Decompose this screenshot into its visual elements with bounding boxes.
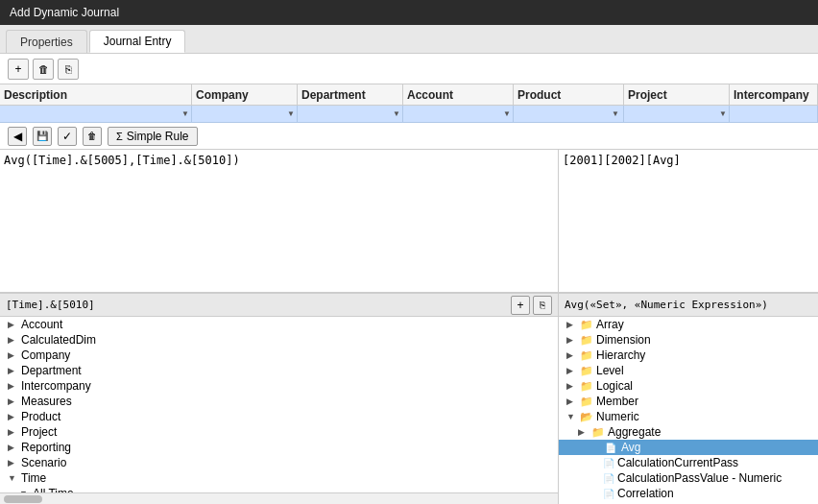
item-label: CalculatedDim (21, 333, 96, 347)
filter-arrow-product: ▼ (612, 109, 619, 118)
copy-tree-item-button[interactable]: ⎘ (533, 296, 552, 315)
folder-open-icon: 📂 (580, 411, 593, 423)
copy-button[interactable]: ⎘ (58, 59, 79, 80)
delete-rule-button[interactable]: 🗑 (83, 127, 102, 146)
window-title: Add Dynamic Journal (10, 6, 119, 19)
chevron-right-icon: ▶ (8, 381, 21, 391)
list-item[interactable]: ▼ All Time (0, 486, 558, 492)
filter-product[interactable]: ▼ (514, 106, 624, 122)
chevron-right-icon: ▶ (8, 335, 21, 345)
filter-account[interactable]: ▼ (403, 106, 514, 122)
filter-arrow-dept: ▼ (393, 109, 400, 118)
filter-company[interactable]: ▼ (192, 106, 298, 122)
item-label: Logical (596, 379, 633, 393)
list-item[interactable]: ▶ 📁 Level (559, 363, 818, 378)
item-label: CalculationPassValue - Numeric (617, 471, 782, 485)
chevron-right-icon: ▶ (566, 381, 580, 391)
list-item[interactable]: ▶ Reporting (0, 440, 558, 455)
bottom-panes: [Time].&[5010] + ⎘ ▶ Account ▶ Calculate… (0, 293, 818, 504)
list-item[interactable]: ▶ Measures (0, 394, 558, 409)
list-item[interactable]: 📄 CalculationPassValue - Numeric (559, 470, 818, 486)
file-icon: 📄 (603, 489, 614, 499)
right-expression-input[interactable] (559, 150, 818, 207)
col-project: Project (624, 84, 730, 105)
simple-rule-button[interactable]: Σ Simple Rule (108, 127, 198, 146)
item-label: Account (21, 318, 62, 331)
list-item[interactable]: ▶ Scenario (0, 455, 558, 470)
col-company: Company (192, 84, 298, 105)
item-label: Project (21, 425, 57, 439)
chevron-right-icon: ▶ (8, 396, 21, 406)
item-label: Correlation (617, 487, 674, 500)
col-department: Department (298, 84, 403, 105)
folder-icon: 📁 (580, 319, 593, 331)
list-item[interactable]: 📄 Correlation (559, 486, 818, 501)
right-tree-pane: Avg(«Set», «Numeric Expression») ▶ 📁 Arr… (559, 294, 818, 504)
folder-icon: 📁 (580, 349, 593, 362)
list-item[interactable]: ▶ Department (0, 363, 558, 378)
list-item[interactable]: ▶ 📁 Hierarchy (559, 348, 818, 363)
save-button[interactable]: 💾 (33, 127, 52, 146)
filter-department[interactable]: ▼ (298, 106, 403, 122)
item-label: Numeric (596, 410, 639, 423)
list-item[interactable]: ▼ 📂 Numeric (559, 409, 818, 424)
add-button[interactable]: + (8, 59, 29, 80)
col-description: Description (0, 84, 192, 105)
list-item[interactable]: ▶ Company (0, 348, 558, 363)
list-item[interactable]: 📄 CalculationCurrentPass (559, 455, 818, 470)
top-toolbar: + 🗑 ⎘ (0, 54, 818, 84)
left-expression-input[interactable] (0, 150, 558, 207)
list-item[interactable]: ▶ Account (0, 317, 558, 332)
item-label: CalculationCurrentPass (617, 456, 738, 469)
list-item[interactable]: ▶ Project (0, 424, 558, 440)
chevron-right-icon: ▶ (578, 427, 591, 437)
list-item[interactable]: ▶ 📁 Member (559, 394, 818, 409)
col-intercompany: Intercompany (730, 84, 818, 105)
chevron-right-icon: ▶ (566, 350, 580, 360)
chevron-right-icon: ▶ (566, 320, 580, 329)
simple-rule-label: Simple Rule (127, 130, 189, 143)
file-icon: 📄 (603, 458, 614, 468)
filter-intercompany[interactable] (730, 106, 818, 122)
tab-properties[interactable]: Properties (6, 30, 87, 53)
chevron-right-icon: ▶ (8, 427, 21, 437)
filter-project[interactable]: ▼ (624, 106, 730, 122)
list-item[interactable]: ▶ CalculatedDim (0, 332, 558, 348)
main-content: ◀ 💾 ✓ 🗑 Σ Simple Rule [Time].&[5010] + ⎘ (0, 123, 818, 504)
right-tree-title: Avg(«Set», «Numeric Expression») (565, 299, 768, 311)
list-item[interactable]: ▶ Product (0, 409, 558, 424)
title-bar: Add Dynamic Journal (0, 0, 818, 25)
chevron-right-icon: ▶ (566, 366, 580, 375)
tab-journal-entry[interactable]: Journal Entry (89, 30, 186, 53)
delete-button[interactable]: 🗑 (33, 59, 54, 80)
filter-arrow-account: ▼ (503, 109, 511, 118)
chevron-right-icon: ▶ (8, 443, 21, 452)
col-account: Account (403, 84, 514, 105)
left-tree-pane: [Time].&[5010] + ⎘ ▶ Account ▶ Calculate… (0, 294, 559, 504)
list-item[interactable]: 📄 Avg (559, 440, 818, 455)
filter-arrow-project: ▼ (719, 109, 727, 118)
back-button[interactable]: ◀ (8, 127, 27, 146)
list-item[interactable]: ▶ 📁 Aggregate (559, 424, 818, 440)
list-item[interactable]: ▶ Intercompany (0, 378, 558, 394)
chevron-right-icon: ▶ (8, 320, 21, 329)
list-item[interactable]: ▶ 📁 Logical (559, 378, 818, 394)
left-tree-header: [Time].&[5010] + ⎘ (0, 294, 558, 317)
list-item[interactable]: ▶ 📁 Dimension (559, 332, 818, 348)
left-tree-scrollbar[interactable] (0, 492, 558, 504)
folder-icon: 📁 (580, 334, 593, 347)
folder-icon: 📁 (580, 365, 593, 377)
list-item[interactable]: ▼ Time (0, 470, 558, 486)
file-selected-icon: 📄 (603, 443, 618, 453)
filter-description[interactable]: ▼ (0, 106, 192, 122)
item-label: Time (21, 471, 46, 485)
chevron-right-icon: ▶ (566, 335, 580, 345)
list-item[interactable]: ▶ 📁 Array (559, 317, 818, 332)
item-label: Hierarchy (596, 348, 645, 362)
add-tree-item-button[interactable]: + (511, 296, 530, 315)
check-button[interactable]: ✓ (58, 127, 77, 146)
col-product: Product (514, 84, 624, 105)
item-label: Scenario (21, 456, 66, 469)
item-label: Department (21, 364, 82, 377)
right-tree-content: ▶ 📁 Array ▶ 📁 Dimension ▶ 📁 Hierarchy (559, 317, 818, 504)
